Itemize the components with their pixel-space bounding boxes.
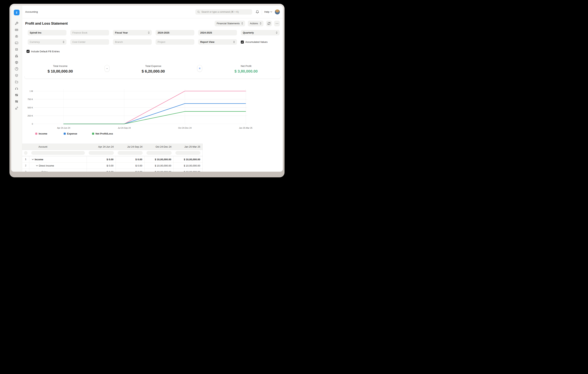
account-filter-input[interactable] [31, 151, 85, 155]
package-icon[interactable] [13, 59, 20, 65]
toggles-icon[interactable] [13, 92, 20, 98]
tools-icon[interactable] [13, 20, 20, 27]
y-tick: 750 K [27, 98, 33, 100]
q1-filter-input[interactable] [89, 151, 114, 155]
actions-button[interactable]: Actions [248, 21, 263, 26]
account-name: Sales [42, 171, 48, 172]
x-tick: Jan 25-Mar 25 [239, 127, 252, 129]
erpnext-logo[interactable] [14, 10, 20, 15]
include-default-fb-checkbox[interactable] [27, 50, 30, 53]
refresh-button[interactable] [266, 21, 272, 26]
value-cell: $ 0.00 [87, 156, 116, 162]
total-income-label: Total Income [32, 64, 89, 67]
sidebar [11, 5, 22, 172]
row-number-filter[interactable] [24, 151, 27, 155]
from-fiscal-year-field[interactable]: 2024-2025 [156, 30, 194, 35]
more-menu-button[interactable]: ⋯ [274, 21, 280, 26]
x-tick: Jul 24-Sep 24 [118, 127, 131, 129]
chevron-down-icon[interactable] [36, 164, 38, 167]
period-basis-value: Fiscal Year [115, 31, 148, 34]
net-profit-value: $ 3,80,000.00 [218, 69, 274, 74]
credit-card-icon[interactable] [13, 40, 20, 46]
periodicity-select[interactable]: Quarterly [241, 30, 280, 35]
money-icon[interactable] [13, 27, 20, 33]
cost-center-placeholder: Cost Center [72, 41, 107, 43]
legend-item-expense: Expense [64, 132, 92, 135]
periodicity-value: Quarterly [243, 31, 276, 34]
plug-icon[interactable] [13, 105, 20, 111]
refresh-icon [267, 22, 271, 25]
expense-legend-swatch [64, 133, 66, 135]
account-cell: Direct Income [29, 162, 87, 169]
currency-select[interactable]: Currency [28, 39, 66, 45]
period-basis-select[interactable]: Fiscal Year [113, 30, 152, 35]
total-expense-summary: Total Expense $ 6,20,000.00 [125, 64, 182, 74]
cost-center-field[interactable]: Cost Center [70, 39, 109, 45]
user-avatar[interactable] [275, 10, 280, 14]
y-tick: 1 M [30, 90, 33, 92]
x-tick: Apr 24-Jun 24 [57, 127, 70, 129]
company-field[interactable]: Spindl Inc [28, 30, 66, 35]
toggles-alt-icon[interactable] [13, 98, 20, 105]
net-profit-summary: Net Profit $ 3,80,000.00 [218, 64, 274, 74]
page-title: Profit and Loss Statement [25, 21, 68, 26]
line-chart: 1 M 750 K 500 K 250 K 0 Apr 24-Jun 24 Ju… [22, 86, 283, 130]
q2-header: Jul 24-Sep 24 [116, 144, 145, 150]
equals-operator-badge: = [197, 65, 202, 72]
shield-check-icon[interactable] [13, 72, 20, 79]
select-chevrons-icon [276, 32, 278, 34]
project-placeholder: Project [158, 41, 192, 43]
report-switcher-label: Financial Statements [217, 22, 240, 25]
shopping-bag-icon[interactable] [13, 46, 20, 53]
top-bar: Accounting Search or type a command (⌘ +… [22, 5, 283, 18]
notifications-bell-icon[interactable] [256, 10, 259, 14]
pie-chart-icon[interactable] [13, 66, 20, 72]
search-placeholder: Search or type a command (⌘ + K) [201, 11, 239, 13]
search-input[interactable]: Search or type a command (⌘ + K) [195, 9, 252, 15]
value-cell: $ 0.00 [87, 169, 116, 172]
report-view-select[interactable]: Report View [198, 39, 237, 45]
folder-icon[interactable] [13, 79, 20, 85]
table-row[interactable]: 3 Sales $ 0.00 $ 0.00 $ 10,00,000.00 $ 1… [22, 169, 202, 172]
accumulated-values-checkbox[interactable] [241, 41, 244, 43]
report-table: Account Apr 24-Jun 24 Jul 24-Sep 24 Oct … [22, 144, 203, 172]
include-default-fb-label: Include Default FB Entries [31, 50, 60, 53]
account-header: Account [29, 144, 87, 150]
q4-filter-input[interactable] [175, 151, 200, 155]
help-label: Help [264, 11, 269, 13]
value-cell: $ 10,00,000.00 [174, 156, 202, 162]
total-expense-value: $ 6,20,000.00 [125, 69, 182, 74]
legend-label: Net Profit/Loss [95, 132, 113, 135]
window-frame: Accounting Search or type a command (⌘ +… [10, 4, 284, 177]
building-icon[interactable] [13, 53, 20, 59]
q3-filter-input[interactable] [147, 151, 172, 155]
from-fiscal-year-value: 2024-2025 [158, 31, 192, 34]
row-number: 3 [22, 169, 29, 172]
help-menu[interactable]: Help [264, 11, 272, 13]
chevron-down-icon[interactable] [32, 158, 34, 161]
table-row[interactable]: 2 Direct Income $ 0.00 $ 0.00 $ 10,00,00… [22, 162, 202, 169]
q2-filter-input[interactable] [118, 151, 143, 155]
minus-operator-badge: - [105, 65, 109, 72]
headset-icon[interactable] [13, 85, 20, 92]
finance-book-placeholder: Finance Book [72, 31, 107, 34]
cash-drawer-icon[interactable] [13, 33, 20, 40]
net-profit-legend-swatch [92, 133, 94, 135]
finance-book-field[interactable]: Finance Book [70, 30, 109, 35]
report-switcher-button[interactable]: Financial Statements [215, 21, 245, 26]
to-fiscal-year-field[interactable]: 2024-2025 [198, 30, 237, 35]
value-cell: $ 0.00 [116, 156, 145, 162]
table-row[interactable]: 1 Income $ 0.00 $ 0.00 $ 10,00,000.00 $ … [22, 156, 202, 162]
project-field[interactable]: Project [156, 39, 194, 45]
row-number-header [22, 144, 29, 150]
check-icon [241, 41, 243, 43]
account-name: Income [35, 158, 43, 161]
topbar-divider [262, 9, 262, 15]
table-filter-row [22, 150, 202, 156]
x-tick: Oct 24-Dec 24 [178, 127, 192, 129]
table-header-row: Account Apr 24-Jun 24 Jul 24-Sep 24 Oct … [22, 144, 202, 150]
select-chevrons-icon [241, 22, 243, 24]
select-chevrons-icon [63, 41, 64, 43]
branch-field[interactable]: Branch [113, 39, 152, 45]
legend-item-net-profit: Net Profit/Loss [92, 132, 113, 135]
